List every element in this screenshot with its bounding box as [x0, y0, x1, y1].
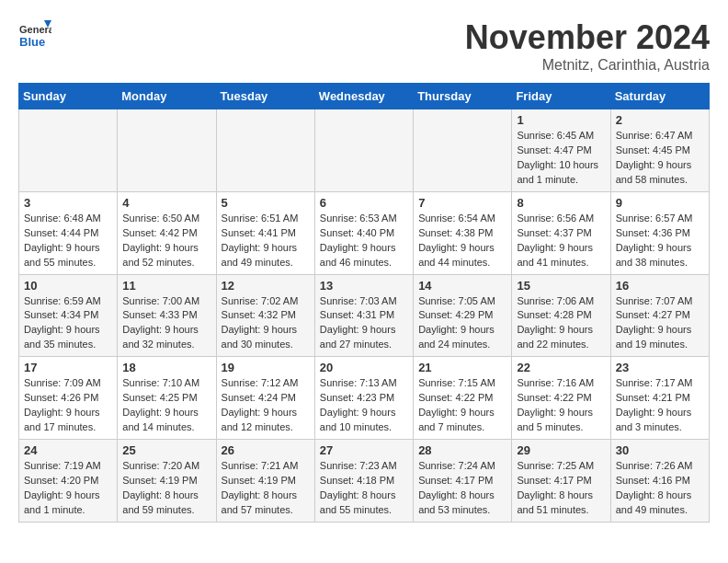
- calendar-cell: 17Sunrise: 7:09 AM Sunset: 4:26 PM Dayli…: [19, 357, 118, 440]
- day-number: 19: [222, 361, 310, 374]
- day-number: 4: [122, 196, 210, 210]
- calendar-cell: 7Sunrise: 6:54 AM Sunset: 4:38 PM Daylig…: [414, 191, 512, 274]
- day-number: 16: [616, 279, 704, 293]
- day-number: 17: [24, 361, 112, 374]
- day-number: 10: [24, 279, 112, 293]
- day-number: 5: [222, 196, 310, 210]
- calendar-cell: 6Sunrise: 6:53 AM Sunset: 4:40 PM Daylig…: [314, 191, 413, 274]
- day-number: 28: [418, 443, 506, 457]
- calendar-cell: 29Sunrise: 7:25 AM Sunset: 4:17 PM Dayli…: [512, 440, 610, 523]
- day-number: 3: [24, 196, 112, 210]
- day-number: 26: [222, 443, 310, 457]
- calendar-cell: 21Sunrise: 7:15 AM Sunset: 4:22 PM Dayli…: [414, 357, 512, 440]
- day-number: 18: [122, 361, 210, 374]
- calendar-week-row: 17Sunrise: 7:09 AM Sunset: 4:26 PM Dayli…: [19, 357, 710, 440]
- weekday-header: Friday: [512, 84, 610, 109]
- calendar-cell: 11Sunrise: 7:00 AM Sunset: 4:33 PM Dayli…: [118, 274, 216, 357]
- day-info: Sunrise: 6:51 AM Sunset: 4:41 PM Dayligh…: [222, 212, 310, 270]
- location-subtitle: Metnitz, Carinthia, Austria: [465, 57, 710, 74]
- day-number: 25: [122, 443, 210, 457]
- day-number: 14: [418, 279, 506, 293]
- calendar-cell: [216, 109, 314, 192]
- day-info: Sunrise: 7:00 AM Sunset: 4:33 PM Dayligh…: [122, 294, 210, 353]
- calendar-cell: 3Sunrise: 6:48 AM Sunset: 4:44 PM Daylig…: [19, 191, 118, 274]
- calendar-cell: 14Sunrise: 7:05 AM Sunset: 4:29 PM Dayli…: [414, 274, 512, 357]
- calendar-cell: 4Sunrise: 6:50 AM Sunset: 4:42 PM Daylig…: [118, 191, 216, 274]
- svg-text:General: General: [19, 24, 51, 35]
- day-info: Sunrise: 6:50 AM Sunset: 4:42 PM Dayligh…: [122, 212, 210, 270]
- day-number: 1: [517, 113, 605, 127]
- calendar-cell: [414, 109, 512, 192]
- day-info: Sunrise: 7:15 AM Sunset: 4:22 PM Dayligh…: [418, 376, 506, 435]
- day-info: Sunrise: 7:07 AM Sunset: 4:27 PM Dayligh…: [616, 294, 704, 353]
- day-number: 22: [517, 361, 605, 374]
- calendar-cell: 16Sunrise: 7:07 AM Sunset: 4:27 PM Dayli…: [610, 274, 709, 357]
- calendar-cell: 15Sunrise: 7:06 AM Sunset: 4:28 PM Dayli…: [512, 274, 610, 357]
- day-number: 30: [616, 443, 704, 457]
- calendar-week-row: 1Sunrise: 6:45 AM Sunset: 4:47 PM Daylig…: [19, 109, 710, 192]
- calendar-cell: [118, 109, 216, 192]
- calendar-cell: 25Sunrise: 7:20 AM Sunset: 4:19 PM Dayli…: [118, 440, 216, 523]
- day-number: 13: [320, 279, 408, 293]
- logo-svg: General Blue: [18, 18, 51, 52]
- day-info: Sunrise: 6:54 AM Sunset: 4:38 PM Dayligh…: [418, 212, 506, 270]
- header: General Blue November 2024 Metnitz, Cari…: [18, 18, 710, 74]
- calendar-cell: [314, 109, 413, 192]
- day-number: 21: [418, 361, 506, 374]
- weekday-header: Wednesday: [314, 84, 413, 109]
- day-number: 23: [616, 361, 704, 374]
- day-number: 20: [320, 361, 408, 374]
- svg-text:Blue: Blue: [19, 35, 45, 49]
- day-info: Sunrise: 7:13 AM Sunset: 4:23 PM Dayligh…: [320, 376, 408, 435]
- calendar-body: 1Sunrise: 6:45 AM Sunset: 4:47 PM Daylig…: [19, 109, 710, 523]
- day-info: Sunrise: 6:47 AM Sunset: 4:45 PM Dayligh…: [616, 129, 704, 188]
- calendar-cell: 27Sunrise: 7:23 AM Sunset: 4:18 PM Dayli…: [314, 440, 413, 523]
- calendar-cell: 9Sunrise: 6:57 AM Sunset: 4:36 PM Daylig…: [610, 191, 709, 274]
- calendar-cell: 8Sunrise: 6:56 AM Sunset: 4:37 PM Daylig…: [512, 191, 610, 274]
- weekday-header: Sunday: [19, 84, 118, 109]
- day-number: 11: [122, 279, 210, 293]
- day-number: 2: [616, 113, 704, 127]
- calendar-cell: 2Sunrise: 6:47 AM Sunset: 4:45 PM Daylig…: [610, 109, 709, 192]
- logo: General Blue: [18, 18, 51, 52]
- calendar-cell: 19Sunrise: 7:12 AM Sunset: 4:24 PM Dayli…: [216, 357, 314, 440]
- weekday-header: Tuesday: [216, 84, 314, 109]
- day-info: Sunrise: 6:56 AM Sunset: 4:37 PM Dayligh…: [517, 212, 605, 270]
- day-info: Sunrise: 7:02 AM Sunset: 4:32 PM Dayligh…: [222, 294, 310, 353]
- calendar-week-row: 3Sunrise: 6:48 AM Sunset: 4:44 PM Daylig…: [19, 191, 710, 274]
- day-number: 12: [222, 279, 310, 293]
- day-info: Sunrise: 7:21 AM Sunset: 4:19 PM Dayligh…: [222, 459, 310, 518]
- day-number: 8: [517, 196, 605, 210]
- day-info: Sunrise: 7:12 AM Sunset: 4:24 PM Dayligh…: [222, 376, 310, 435]
- day-info: Sunrise: 6:57 AM Sunset: 4:36 PM Dayligh…: [616, 212, 704, 270]
- day-info: Sunrise: 7:25 AM Sunset: 4:17 PM Dayligh…: [517, 459, 605, 518]
- calendar-cell: 26Sunrise: 7:21 AM Sunset: 4:19 PM Dayli…: [216, 440, 314, 523]
- day-info: Sunrise: 7:06 AM Sunset: 4:28 PM Dayligh…: [517, 294, 605, 353]
- day-info: Sunrise: 7:05 AM Sunset: 4:29 PM Dayligh…: [418, 294, 506, 353]
- calendar-cell: 24Sunrise: 7:19 AM Sunset: 4:20 PM Dayli…: [19, 440, 118, 523]
- day-number: 27: [320, 443, 408, 457]
- day-info: Sunrise: 6:59 AM Sunset: 4:34 PM Dayligh…: [24, 294, 112, 353]
- day-info: Sunrise: 6:48 AM Sunset: 4:44 PM Dayligh…: [24, 212, 112, 270]
- day-info: Sunrise: 6:53 AM Sunset: 4:40 PM Dayligh…: [320, 212, 408, 270]
- calendar-cell: 13Sunrise: 7:03 AM Sunset: 4:31 PM Dayli…: [314, 274, 413, 357]
- day-number: 24: [24, 443, 112, 457]
- calendar-cell: 5Sunrise: 6:51 AM Sunset: 4:41 PM Daylig…: [216, 191, 314, 274]
- day-number: 6: [320, 196, 408, 210]
- calendar-cell: 28Sunrise: 7:24 AM Sunset: 4:17 PM Dayli…: [414, 440, 512, 523]
- month-title: November 2024: [465, 18, 710, 57]
- day-info: Sunrise: 7:19 AM Sunset: 4:20 PM Dayligh…: [24, 459, 112, 518]
- day-info: Sunrise: 7:10 AM Sunset: 4:25 PM Dayligh…: [122, 376, 210, 435]
- day-info: Sunrise: 7:23 AM Sunset: 4:18 PM Dayligh…: [320, 459, 408, 518]
- weekday-header: Thursday: [414, 84, 512, 109]
- day-number: 7: [418, 196, 506, 210]
- day-info: Sunrise: 7:24 AM Sunset: 4:17 PM Dayligh…: [418, 459, 506, 518]
- calendar-cell: 18Sunrise: 7:10 AM Sunset: 4:25 PM Dayli…: [118, 357, 216, 440]
- calendar-cell: [19, 109, 118, 192]
- calendar-header: SundayMondayTuesdayWednesdayThursdayFrid…: [19, 84, 710, 109]
- weekday-header: Saturday: [610, 84, 709, 109]
- calendar-cell: 30Sunrise: 7:26 AM Sunset: 4:16 PM Dayli…: [610, 440, 709, 523]
- calendar-cell: 22Sunrise: 7:16 AM Sunset: 4:22 PM Dayli…: [512, 357, 610, 440]
- calendar-week-row: 10Sunrise: 6:59 AM Sunset: 4:34 PM Dayli…: [19, 274, 710, 357]
- calendar-cell: 1Sunrise: 6:45 AM Sunset: 4:47 PM Daylig…: [512, 109, 610, 192]
